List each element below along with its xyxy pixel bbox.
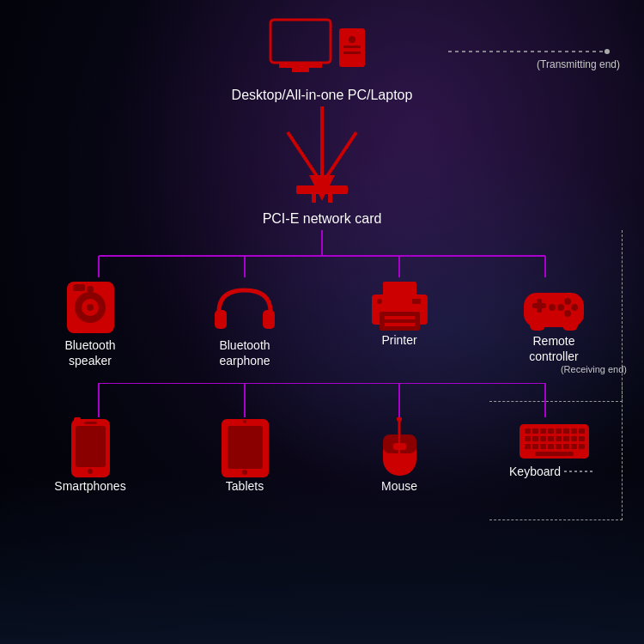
main-content: (Transmitting end) Desktop/All-in-one PC… xyxy=(0,0,644,644)
printer-label: Printer xyxy=(381,333,416,347)
svg-rect-82 xyxy=(579,436,585,441)
svg-rect-55 xyxy=(84,422,97,424)
svg-point-59 xyxy=(242,470,247,475)
device-smartphones: Smartphones xyxy=(17,417,163,493)
svg-rect-81 xyxy=(571,436,577,441)
svg-point-36 xyxy=(377,299,382,304)
svg-rect-76 xyxy=(532,436,538,441)
svg-point-44 xyxy=(549,304,556,311)
svg-rect-78 xyxy=(548,436,554,441)
svg-rect-4 xyxy=(292,68,309,72)
svg-rect-8 xyxy=(343,52,361,54)
svg-rect-89 xyxy=(571,444,577,449)
svg-rect-46 xyxy=(562,319,578,331)
svg-rect-73 xyxy=(571,428,577,434)
svg-rect-71 xyxy=(556,428,562,434)
keyboard-label: Keyboard xyxy=(509,465,598,478)
svg-point-60 xyxy=(243,420,246,423)
svg-point-42 xyxy=(564,310,571,317)
svg-rect-87 xyxy=(556,444,562,449)
svg-point-6 xyxy=(349,36,355,43)
svg-rect-74 xyxy=(579,428,585,434)
svg-rect-34 xyxy=(385,323,415,326)
svg-rect-68 xyxy=(532,428,538,434)
row2-devices: Smartphones Tablets Mouse xyxy=(13,417,631,493)
network-card-label: PCI-E network card xyxy=(263,211,382,227)
svg-rect-7 xyxy=(343,46,361,48)
svg-rect-83 xyxy=(525,444,531,449)
svg-point-54 xyxy=(88,469,93,474)
svg-rect-3 xyxy=(279,63,322,68)
smartphones-label: Smartphones xyxy=(54,479,125,493)
device-bluetooth-speaker: Bluetoothspeaker xyxy=(17,277,163,374)
svg-rect-70 xyxy=(548,428,554,434)
bluetooth-speaker-label: Bluetoothspeaker xyxy=(64,337,115,368)
svg-rect-67 xyxy=(525,428,531,434)
svg-rect-27 xyxy=(73,284,85,291)
device-mouse: Mouse xyxy=(326,417,472,493)
bluetooth-earphone-label: Bluetoothearphone xyxy=(219,337,270,368)
svg-rect-14 xyxy=(312,192,316,203)
svg-rect-72 xyxy=(563,428,569,434)
pc-label: Desktop/All-in-one PC/Laptop xyxy=(232,88,413,103)
transmit-dotted-line xyxy=(448,47,620,56)
svg-rect-90 xyxy=(579,444,585,449)
svg-rect-35 xyxy=(412,299,421,304)
headphone-icon xyxy=(210,277,279,337)
device-keyboard: Keyboard xyxy=(481,417,627,493)
svg-rect-75 xyxy=(525,436,531,441)
svg-rect-84 xyxy=(532,444,538,449)
tablets-label: Tablets xyxy=(226,479,264,493)
top-section: (Transmitting end) Desktop/All-in-one PC… xyxy=(0,0,644,103)
svg-rect-64 xyxy=(393,443,406,450)
mouse-label: Mouse xyxy=(381,479,417,493)
svg-point-40 xyxy=(564,298,571,305)
svg-rect-15 xyxy=(328,192,332,203)
device-remote-controller: Remotecontroller (Receiving end) xyxy=(481,277,627,374)
svg-rect-88 xyxy=(563,444,569,449)
row1-devices: Bluetoothspeaker Bluetoothearphone Pri xyxy=(13,277,631,374)
phone-icon xyxy=(67,417,114,479)
svg-rect-77 xyxy=(540,436,546,441)
svg-rect-45 xyxy=(530,319,545,331)
row2-connector-lines xyxy=(21,383,623,417)
svg-rect-33 xyxy=(385,316,415,319)
mouse-icon xyxy=(376,417,423,479)
svg-rect-91 xyxy=(535,452,574,456)
svg-rect-31 xyxy=(383,282,416,297)
device-printer: Printer xyxy=(326,277,472,374)
receiving-end-label: (Receiving end) xyxy=(481,364,627,374)
svg-rect-58 xyxy=(228,426,263,469)
svg-point-26 xyxy=(87,286,94,293)
keyboard-icon xyxy=(518,417,591,465)
svg-point-25 xyxy=(87,304,94,311)
remote-controller-label: Remotecontroller xyxy=(529,333,579,364)
svg-point-65 xyxy=(397,417,402,422)
connector-lines xyxy=(21,230,623,277)
svg-rect-79 xyxy=(556,436,562,441)
svg-rect-13 xyxy=(296,185,348,194)
pc-block: Desktop/All-in-one PC/Laptop xyxy=(232,15,413,103)
gamepad-icon xyxy=(519,277,588,333)
tablet-icon xyxy=(217,417,273,479)
svg-point-1 xyxy=(605,49,610,54)
svg-rect-2 xyxy=(270,20,331,63)
svg-point-41 xyxy=(571,304,578,311)
svg-rect-69 xyxy=(540,428,546,434)
svg-rect-28 xyxy=(215,310,227,329)
transmit-end-label: (Transmitting end) xyxy=(537,58,620,70)
svg-rect-85 xyxy=(540,444,546,449)
printer-icon xyxy=(368,277,432,333)
svg-rect-32 xyxy=(380,312,420,331)
svg-point-43 xyxy=(557,304,564,311)
svg-rect-53 xyxy=(76,426,106,467)
pc-icon xyxy=(266,15,378,88)
arrow-down-section: PCI-E network card xyxy=(263,106,382,227)
svg-rect-29 xyxy=(263,310,275,329)
device-bluetooth-earphone: Bluetoothearphone xyxy=(172,277,318,374)
device-tablets: Tablets xyxy=(172,417,318,493)
speaker-icon xyxy=(63,277,118,337)
svg-rect-86 xyxy=(548,444,554,449)
svg-rect-56 xyxy=(74,417,81,422)
svg-rect-39 xyxy=(537,299,542,313)
